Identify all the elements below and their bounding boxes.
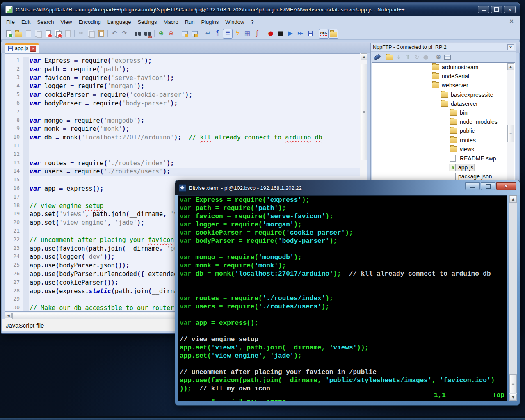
tree-item-arduinostream[interactable]: arduinostream <box>372 63 515 72</box>
terminal-maximize-button[interactable] <box>481 182 495 190</box>
menu-encoding[interactable]: Encoding <box>75 17 104 27</box>
code-line-14[interactable]: 14var users = require('./routes/users'); <box>5 168 360 176</box>
tree-item-webserver[interactable]: webserver <box>372 81 515 90</box>
tree-item-views[interactable]: views <box>372 145 515 154</box>
spell-check-icon[interactable]: ABC <box>319 29 329 39</box>
new-file-icon[interactable] <box>4 29 14 39</box>
tree-item-dataserver[interactable]: dataserver <box>372 99 515 108</box>
zoom-in-icon[interactable]: ⊕ <box>156 29 166 39</box>
menu-help[interactable]: ? <box>247 17 257 27</box>
paste-icon[interactable] <box>96 29 106 39</box>
upload-icon[interactable]: ⇑ <box>403 52 412 62</box>
tree-item-bin[interactable]: bin <box>372 108 515 117</box>
notepad-titlebar[interactable]: C:\Users\kll\AppData\Roaming\Notepad++\p… <box>1 3 520 16</box>
tree-item-package.json[interactable]: package.json <box>372 172 515 181</box>
menu-run[interactable]: Run <box>182 17 198 27</box>
connect-icon[interactable] <box>372 52 381 62</box>
macro-run-multiple-icon[interactable]: ▶▶ <box>295 29 305 39</box>
menu-file[interactable]: File <box>3 17 18 27</box>
tab-appjs[interactable]: app.js × <box>5 43 39 53</box>
print-icon[interactable] <box>63 29 73 39</box>
user-define-dialog-icon[interactable]: ϟ <box>233 29 242 39</box>
close-button[interactable]: × <box>504 6 516 13</box>
terminal-minimize-button[interactable] <box>465 182 480 190</box>
queue-window-icon[interactable] <box>443 52 452 62</box>
open-file-icon[interactable] <box>14 29 23 39</box>
menu-view[interactable]: View <box>57 17 75 27</box>
function-list-icon[interactable]: ƒ <box>252 29 262 39</box>
tab-close-icon[interactable]: × <box>30 46 36 52</box>
minimize-button[interactable] <box>478 6 489 13</box>
tree-scroll-up-icon[interactable]: ▲ <box>507 63 514 70</box>
code-line-9[interactable]: 9var monk = require('monk'); <box>5 125 360 134</box>
close-icon[interactable] <box>43 29 53 39</box>
vertical-scroll-thumb[interactable]: ≡ <box>361 64 368 160</box>
menu-plugins[interactable]: Plugins <box>198 17 222 27</box>
tree-item-public[interactable]: public <box>372 126 515 135</box>
nppftp-titlebar[interactable]: NppFTP - Connected to pi_RPI2 × <box>371 43 516 52</box>
terminal-scroll-thumb[interactable]: ≡ <box>509 374 517 393</box>
macro-play-icon[interactable]: ▶ <box>285 29 295 39</box>
macro-save-icon[interactable] <box>305 29 315 39</box>
code-line-10[interactable]: 10var db = monk('localhost:27017/arduino… <box>5 134 360 142</box>
code-line-7[interactable]: 7 <box>5 108 360 117</box>
abort-icon[interactable]: ● <box>421 52 430 62</box>
sync-horizontal-icon[interactable] <box>189 29 199 39</box>
nppftp-close-icon[interactable]: × <box>507 44 514 50</box>
nppftp-toggle-icon[interactable] <box>329 29 338 39</box>
code-line-6[interactable]: 6var bodyParser = require('body-parser')… <box>5 100 360 108</box>
tree-scroll-thumb[interactable]: ≡ <box>507 125 514 142</box>
tree-item-.README.swp[interactable]: .README.swp <box>372 154 515 163</box>
code-line-1[interactable]: 1var Express = require('express'); <box>5 57 360 66</box>
code-line-8[interactable]: 8var mongo = require('mongodb'); <box>5 117 360 126</box>
restore-button[interactable] <box>491 6 502 13</box>
terminal-close-button[interactable]: × <box>496 182 516 190</box>
document-map-icon[interactable]: ▦ <box>242 29 252 39</box>
menu-search[interactable]: Search <box>34 17 57 27</box>
tree-item-node_modules[interactable]: node_modules <box>372 117 515 126</box>
word-wrap-icon[interactable]: ↵ <box>203 29 213 39</box>
terminal-content[interactable]: var Express = require('express');var pat… <box>178 195 507 401</box>
code-line-13[interactable]: 13var routes = require('./routes/index')… <box>5 160 360 168</box>
copy-icon[interactable] <box>86 29 96 39</box>
code-line-11[interactable]: 11 <box>5 142 360 151</box>
terminal-titlebar[interactable]: Bitvise xterm - pi@102.bscp - 192.168.1.… <box>175 180 520 195</box>
code-line-12[interactable]: 12 <box>5 151 360 160</box>
indent-guide-icon[interactable]: ≣ <box>223 29 233 39</box>
undo-icon[interactable]: ↶ <box>110 29 119 39</box>
close-all-icon[interactable] <box>53 29 63 39</box>
scroll-left-icon[interactable]: ◀ <box>5 313 12 318</box>
macro-stop-icon[interactable]: ■ <box>276 29 285 39</box>
tree-item-basicexpresssite[interactable]: basicexpresssite <box>372 90 515 99</box>
menu-language[interactable]: Language <box>104 17 135 27</box>
tree-item-nodeSerial[interactable]: nodeSerial <box>372 72 515 81</box>
code-line-3[interactable]: 3var favicon = require('serve-favicon'); <box>5 74 360 83</box>
sync-vertical-icon[interactable] <box>180 29 189 39</box>
terminal-scroll-up-icon[interactable]: ▲ <box>509 196 517 203</box>
replace-icon[interactable]: ab <box>143 29 153 39</box>
cache-folder-icon[interactable] <box>385 52 394 62</box>
find-icon[interactable] <box>133 29 143 39</box>
show-all-characters-icon[interactable]: ¶ <box>213 29 223 39</box>
menubar-close-icon[interactable]: × <box>509 18 514 24</box>
code-line-2[interactable]: 2var path = require('path'); <box>5 66 360 74</box>
menu-settings[interactable]: Settings <box>135 17 160 27</box>
tree-item-app.js[interactable]: Sapp.js <box>372 163 515 172</box>
zoom-out-icon[interactable]: ⊖ <box>166 29 176 39</box>
menu-macro[interactable]: Macro <box>160 17 182 27</box>
macro-record-icon[interactable]: ● <box>266 29 276 39</box>
redo-icon[interactable]: ↷ <box>119 29 129 39</box>
terminal-scrollbar[interactable]: ▲ ≡ ▼ <box>509 195 517 401</box>
save-icon[interactable] <box>23 29 33 39</box>
save-all-icon[interactable] <box>33 29 43 39</box>
menu-window[interactable]: Window <box>222 17 247 27</box>
code-line-5[interactable]: 5var cookieParser = require('cookie-pars… <box>5 91 360 100</box>
terminal-scroll-down-icon[interactable]: ▼ <box>509 394 517 401</box>
scroll-up-icon[interactable]: ▲ <box>361 53 368 60</box>
cut-icon[interactable]: ✂ <box>76 29 86 39</box>
tree-item-routes[interactable]: routes <box>372 136 515 145</box>
settings-icon[interactable]: ☸ <box>434 52 443 62</box>
code-line-4[interactable]: 4var logger = require('morgan'); <box>5 82 360 91</box>
menu-edit[interactable]: Edit <box>18 17 34 27</box>
download-icon[interactable]: ⇓ <box>394 52 403 62</box>
